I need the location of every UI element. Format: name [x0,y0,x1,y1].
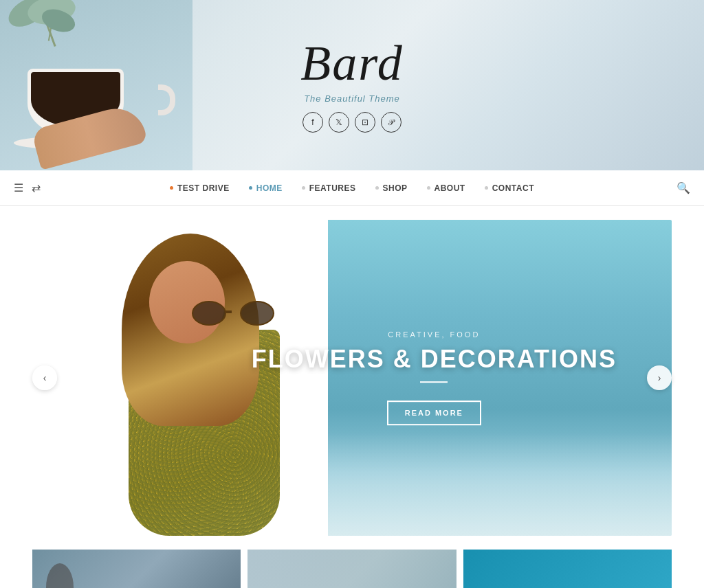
face [149,261,225,343]
facebook-icon[interactable]: f [302,112,323,133]
nav-label-test-drive: TEST DRIVE [177,183,230,193]
nav-item-home[interactable]: HOME [239,183,292,193]
nav-label-contact: CONTACT [492,183,534,193]
glass-bridge [225,310,232,313]
slider-next-button[interactable]: › [647,365,672,390]
nav-dot-about [427,186,430,190]
navbar: ☰ ⇄ TEST DRIVE HOME FEATURES SHOP ABOUT … [0,170,704,206]
nav-dot-home [249,186,252,190]
slider-prev-button[interactable]: ‹ [32,365,57,390]
water-waves [328,433,672,536]
pinterest-icon[interactable]: 𝒫 [381,112,402,133]
nav-label-features: FEATURES [309,183,356,193]
site-title: Bard [300,38,403,88]
navbar-left: ☰ ⇄ [14,181,69,194]
slide-title: FLOWERS & DECORATIONS [252,346,617,373]
thumbnail-2[interactable] [248,550,456,588]
glass-right [240,301,274,326]
nav-label-shop: SHOP [383,183,408,193]
nav-item-about[interactable]: ABOUT [417,183,475,193]
nav-label-about: ABOUT [434,183,465,193]
navbar-right: 🔍 [635,181,690,194]
refresh-icon[interactable]: ⇄ [32,181,41,194]
slide-category: CREATIVE, FOOD [252,330,617,339]
instagram-icon[interactable]: ⊡ [355,112,375,133]
thumb3-bg [463,550,672,588]
nav-dot-test-drive [170,186,173,190]
nav-item-features[interactable]: FEATURES [292,183,366,193]
nav-item-contact[interactable]: CONTACT [475,183,544,193]
header-bg-left [0,0,192,170]
social-icons: f 𝕏 ⊡ 𝒫 [300,112,403,133]
hero-slide: CREATIVE, FOOD FLOWERS & DECORATIONS REA… [32,220,672,536]
read-more-button[interactable]: READ MORE [387,400,481,425]
nav-dot-features [302,186,305,190]
hamburger-icon[interactable]: ☰ [14,181,23,194]
cup-handle [158,84,175,115]
glass-left [192,301,226,326]
nav-dot-shop [375,186,379,190]
nav-dot-contact [485,186,488,190]
header-center: Bard The Beautiful Theme f 𝕏 ⊡ 𝒫 [300,38,403,133]
nav-item-shop[interactable]: SHOP [366,183,417,193]
thumbnail-1[interactable] [32,550,241,588]
site-header: Bard The Beautiful Theme f 𝕏 ⊡ 𝒫 [0,0,704,170]
sunglasses [192,301,274,328]
site-tagline: The Beautiful Theme [300,93,403,104]
thumbnail-row [0,536,704,588]
slide-content: CREATIVE, FOOD FLOWERS & DECORATIONS REA… [252,330,617,425]
hero-slider: ‹ CREATIVE, FOOD FLOWERS & DECORATIONS [0,220,704,536]
navbar-nav: TEST DRIVE HOME FEATURES SHOP ABOUT CONT… [69,183,635,193]
thumb2-bg [248,550,456,588]
nav-item-test-drive[interactable]: TEST DRIVE [160,183,239,193]
thumb1-person [46,563,74,588]
slide-divider [420,381,448,383]
nav-label-home: HOME [256,183,283,193]
twitter-icon[interactable]: 𝕏 [329,112,349,133]
search-icon[interactable]: 🔍 [676,181,690,194]
thumbnail-3[interactable] [463,550,672,588]
